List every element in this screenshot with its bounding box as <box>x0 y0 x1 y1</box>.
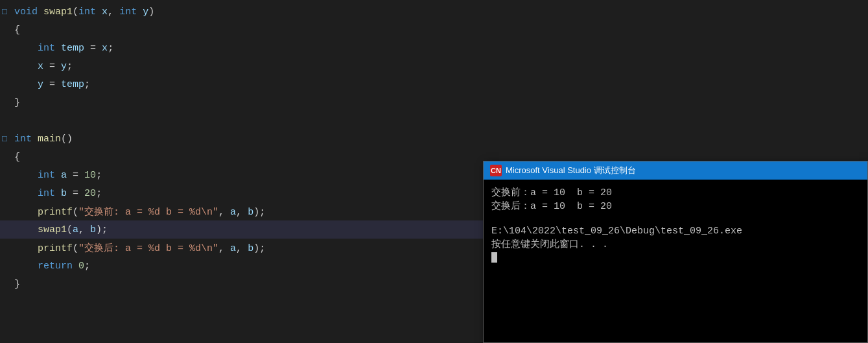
cursor-block <box>491 252 497 263</box>
line-content: x = y; <box>9 61 73 72</box>
line-content: printf("交换前: a = %d b = %d\n", a, b); <box>9 206 265 218</box>
line-content: } <box>9 97 20 108</box>
console-title: Microsoft Visual Studio 调试控制台 <box>506 165 636 176</box>
line-content: printf("交换后: a = %d b = %d\n", a, b); <box>9 242 265 254</box>
code-line: x = y; <box>0 57 868 75</box>
code-line: □ int main() <box>0 130 868 148</box>
console-body: 交换前：a = 10 b = 20 交换后：a = 10 b = 20 E:\1… <box>484 180 867 342</box>
code-line: □ void swap1(int x, int y) <box>0 3 868 21</box>
console-output-path: E:\104\2022\test_09_26\Debug\test_09_26.… <box>491 226 860 237</box>
console-output-close-msg: 按任意键关闭此窗口. . . <box>491 238 860 250</box>
code-line: int temp = x; <box>0 39 868 57</box>
line-content: { <box>9 152 20 163</box>
line-content: y = temp; <box>9 79 90 90</box>
line-content: { <box>9 25 20 36</box>
code-line: { <box>0 21 868 39</box>
line-content: int b = 20; <box>9 188 102 199</box>
vs-icon: CN <box>490 165 502 176</box>
console-window: CN Microsoft Visual Studio 调试控制台 交换前：a =… <box>483 161 868 343</box>
line-content: } <box>9 279 20 290</box>
console-output-line-1: 交换前：a = 10 b = 20 <box>491 186 860 198</box>
code-editor: □ void swap1(int x, int y) { int temp = … <box>0 0 868 343</box>
code-line <box>0 112 868 130</box>
line-content: int a = 10; <box>9 170 102 181</box>
fold-indicator: □ <box>0 7 9 17</box>
console-cursor-line <box>491 252 860 263</box>
line-content: int main() <box>9 134 73 145</box>
console-output-line-2: 交换后：a = 10 b = 20 <box>491 200 860 212</box>
line-content: return 0; <box>9 261 90 272</box>
console-output-blank <box>491 213 860 224</box>
line-content: void swap1(int x, int y) <box>9 6 154 18</box>
line-content: swap1(a, b); <box>9 224 108 235</box>
fold-indicator: □ <box>0 134 9 144</box>
line-content <box>9 115 20 126</box>
line-content: int temp = x; <box>9 43 113 54</box>
console-titlebar: CN Microsoft Visual Studio 调试控制台 <box>484 161 867 180</box>
code-line: } <box>0 93 868 112</box>
code-line: y = temp; <box>0 75 868 93</box>
